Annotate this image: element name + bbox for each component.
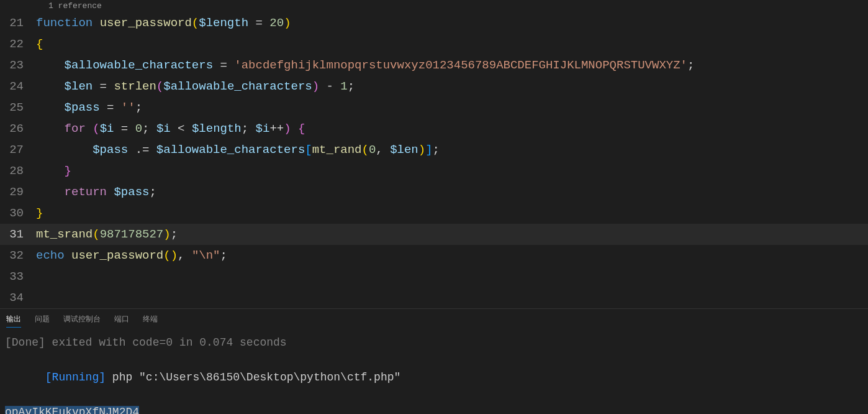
- line-content[interactable]: echo user_password(), "\n";: [36, 245, 868, 266]
- line-content[interactable]: }: [36, 203, 868, 224]
- token-brace: (: [93, 228, 99, 241]
- token-brace: ): [163, 228, 170, 241]
- line-content[interactable]: $allowable_characters = 'abcdefghijklmno…: [36, 55, 868, 76]
- token-string: '': [121, 101, 135, 114]
- line-content[interactable]: $pass .= $allowable_characters[mt_rand(0…: [36, 139, 868, 160]
- codelens-reference[interactable]: 1 reference: [0, 0, 868, 12]
- code-line[interactable]: 33: [0, 266, 868, 287]
- token-punctuation: ;: [149, 185, 156, 199]
- token-variable: $length: [199, 16, 248, 30]
- line-content[interactable]: }: [36, 160, 868, 182]
- code-line[interactable]: 27 $pass .= $allowable_characters[mt_ran…: [0, 139, 868, 160]
- token-bracket-purple: (: [93, 122, 99, 136]
- panel-tab-4[interactable]: 终端: [143, 314, 158, 328]
- token-punctuation: [36, 101, 65, 114]
- token-punctuation: <: [171, 122, 192, 136]
- panel-tab-2[interactable]: 调试控制台: [63, 314, 101, 328]
- token-variable: $pass: [65, 101, 100, 114]
- code-line[interactable]: 25 $pass = '';: [0, 97, 868, 118]
- token-number: 987178527: [100, 228, 164, 241]
- token-bracket-purple: (: [156, 80, 163, 93]
- line-content[interactable]: function user_password($length = 20): [36, 12, 868, 34]
- token-brace: }: [36, 206, 43, 220]
- token-number: 0: [135, 122, 142, 136]
- token-punctuation: [107, 185, 114, 199]
- token-punctuation: [36, 143, 93, 157]
- token-punctuation: ;: [687, 58, 694, 72]
- panel-tab-3[interactable]: 端口: [114, 314, 129, 328]
- token-punctuation: [36, 185, 65, 199]
- line-content[interactable]: $pass = '';: [36, 97, 868, 118]
- token-brace: (: [163, 249, 170, 262]
- code-editor[interactable]: 1 reference 21function user_password($le…: [0, 0, 868, 308]
- code-line[interactable]: 22{: [0, 34, 868, 55]
- token-function: user_password: [71, 249, 163, 262]
- code-line[interactable]: 34: [0, 287, 868, 308]
- code-line[interactable]: 31mt_srand(987178527);: [0, 224, 868, 245]
- token-bracket-purple: ): [312, 80, 319, 93]
- line-content[interactable]: $len = strlen($allowable_characters) - 1…: [36, 76, 868, 97]
- token-function: user_password: [100, 16, 192, 30]
- line-content[interactable]: for ($i = 0; $i < $length; $i++) {: [36, 118, 868, 139]
- line-content[interactable]: return $pass;: [36, 182, 868, 203]
- line-number: 24: [0, 76, 36, 97]
- token-punctuation: ;: [348, 80, 355, 93]
- token-punctuation: ++: [269, 122, 284, 136]
- token-punctuation: [291, 122, 298, 136]
- token-punctuation: =: [213, 58, 234, 72]
- token-control: for: [65, 122, 86, 136]
- code-line[interactable]: 29 return $pass;: [0, 182, 868, 203]
- token-string: "\n": [192, 249, 220, 262]
- line-number: 34: [0, 287, 36, 308]
- token-punctuation: [36, 58, 65, 72]
- line-number: 28: [0, 160, 36, 182]
- panel-tab-1[interactable]: 问题: [35, 314, 50, 328]
- token-bracket-purple: }: [65, 164, 71, 178]
- code-line[interactable]: 26 for ($i = 0; $i < $length; $i++) {: [0, 118, 868, 139]
- token-brace: (: [192, 16, 199, 30]
- token-punctuation: =: [93, 80, 114, 93]
- token-function: strlen: [114, 80, 156, 93]
- token-punctuation: [65, 249, 71, 262]
- token-control: return: [65, 185, 107, 199]
- code-line[interactable]: 23 $allowable_characters = 'abcdefghijkl…: [0, 55, 868, 76]
- token-punctuation: =: [100, 101, 121, 114]
- code-line[interactable]: 28 }: [0, 160, 868, 182]
- code-line[interactable]: 32echo user_password(), "\n";: [0, 245, 868, 266]
- output-running-prefix: [Running]: [45, 371, 106, 384]
- line-number: 29: [0, 182, 36, 203]
- panel-tabs: 输出问题调试控制台端口终端: [0, 309, 868, 333]
- token-variable: $pass: [114, 185, 149, 199]
- token-variable: $length: [192, 122, 242, 136]
- token-punctuation: [36, 164, 65, 178]
- token-brace: ): [284, 16, 291, 30]
- token-punctuation: ,: [376, 143, 390, 157]
- token-brace: {: [36, 37, 43, 51]
- token-number: 0: [369, 143, 376, 157]
- token-variable: $i: [256, 122, 270, 136]
- code-line[interactable]: 24 $len = strlen($allowable_characters) …: [0, 76, 868, 97]
- token-punctuation: .=: [128, 143, 156, 157]
- output-panel[interactable]: [Done] exited with code=0 in 0.074 secon…: [0, 333, 868, 414]
- token-punctuation: ,: [178, 249, 192, 262]
- token-variable: $len: [65, 80, 93, 93]
- token-keyword: function: [36, 16, 93, 30]
- token-function: mt_rand: [312, 143, 362, 157]
- token-variable: $len: [390, 143, 418, 157]
- line-number: 21: [0, 12, 36, 34]
- token-keyword: echo: [36, 249, 65, 262]
- token-punctuation: ;: [433, 143, 440, 157]
- token-variable: $allowable_characters: [156, 143, 305, 157]
- token-variable: $pass: [93, 143, 128, 157]
- code-line[interactable]: 30}: [0, 203, 868, 224]
- output-running-rest: php "c:\Users\86150\Desktop\python\ctf.p…: [106, 371, 400, 384]
- token-punctuation: -: [319, 80, 340, 93]
- token-bracket-blue: ]: [425, 143, 432, 157]
- line-content[interactable]: mt_srand(987178527);: [36, 224, 868, 245]
- panel-tab-0[interactable]: 输出: [6, 314, 21, 328]
- token-brace: ): [418, 143, 425, 157]
- output-result[interactable]: opAvIkKEukvpXfNJM2D4: [5, 406, 139, 414]
- code-line[interactable]: 21function user_password($length = 20): [0, 12, 868, 34]
- line-content[interactable]: {: [36, 34, 868, 55]
- token-string: 'abcdefghijklmnopqrstuvwxyz0123456789ABC…: [234, 58, 687, 72]
